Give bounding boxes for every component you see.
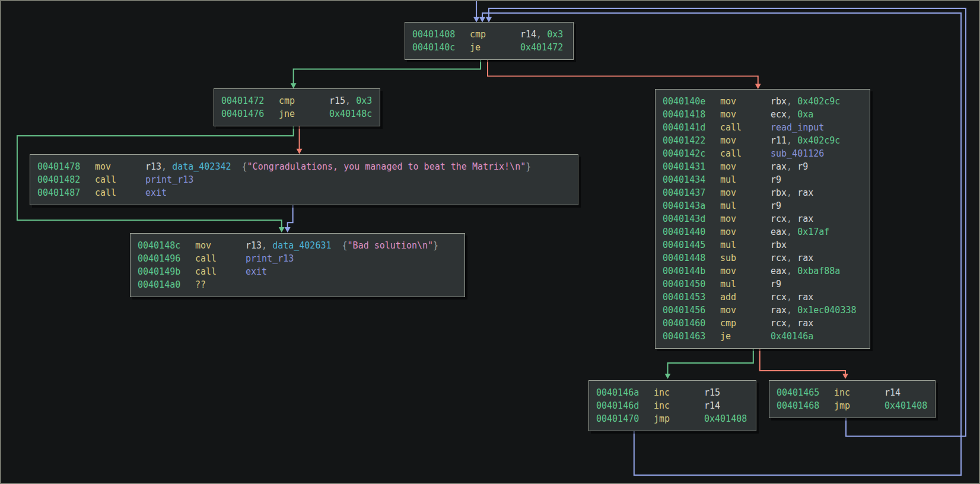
instruction-mnemonic: mov (720, 134, 771, 147)
instruction-mnemonic: ?? (195, 278, 246, 291)
operand-token-reg: r13 (246, 240, 262, 251)
basic-block-0040146a[interactable]: 0040146aincr150040146dincr1400401470jmp0… (588, 380, 756, 431)
instruction-row[interactable]: 00401453addrcx, rax (663, 291, 863, 304)
instruction-row[interactable]: 00401418movecx, 0xa (663, 108, 863, 121)
instruction-row[interactable]: 0040140cje0x401472 (412, 41, 566, 54)
instruction-row[interactable]: 00401478movr13, data_402342 {"Congradula… (37, 160, 571, 173)
instruction-address: 00401460 (663, 317, 720, 330)
operand-token-pun: , (787, 135, 797, 146)
basic-block-0040148c[interactable]: 0040148cmovr13, data_402631 {"Bad soluti… (130, 233, 465, 297)
instruction-address: 0040143a (663, 199, 720, 212)
operand-token-num: 0x40148c (329, 109, 372, 119)
operand-token-pun: , (787, 227, 797, 237)
instruction-mnemonic: cmp (720, 317, 771, 330)
operand-token-pun: } (433, 240, 438, 251)
operand-token-reg: rbx (771, 187, 787, 198)
instruction-row[interactable]: 00401468jmp0x401408 (777, 399, 928, 412)
operand-token-reg: rax (797, 214, 813, 224)
instruction-address: 00401434 (663, 173, 720, 186)
instruction-address: 0040140e (663, 95, 720, 108)
operand-token-reg: rcx (771, 253, 787, 263)
instruction-row[interactable]: 0040143amulr9 (663, 199, 863, 212)
instruction-mnemonic: mov (720, 108, 771, 121)
blocks-layer: 00401408cmpr14, 0x30040140cje0x401472004… (1, 1, 979, 483)
instruction-row[interactable]: 0040141dcallread_input (663, 121, 863, 134)
operand-token-data: data_402631 (272, 240, 331, 251)
instruction-mnemonic: mov (720, 225, 771, 238)
instruction-mnemonic: mov (720, 212, 771, 225)
instruction-row[interactable]: 0040149bcallexit (138, 265, 457, 278)
basic-block-0040140e[interactable]: 0040140emovrbx, 0x402c9c00401418movecx, … (655, 89, 870, 349)
instruction-row[interactable]: 00401431movrax, r9 (663, 160, 863, 173)
instruction-row[interactable]: 00401456movrax, 0x1ec040338 (663, 304, 863, 317)
operand-token-data: data_402342 (172, 161, 231, 172)
instruction-row[interactable]: 0040142ccallsub_401126 (663, 147, 863, 160)
instruction-row[interactable]: 00401476jne0x40148c (221, 107, 373, 120)
instruction-row[interactable]: 00401472cmpr15, 0x3 (221, 94, 373, 107)
instruction-row[interactable]: 0040140emovrbx, 0x402c9c (663, 95, 863, 108)
instruction-mnemonic: sub (720, 251, 771, 265)
basic-block-00401465[interactable]: 00401465incr1400401468jmp0x401408 (769, 380, 936, 418)
instruction-row[interactable]: 00401408cmpr14, 0x3 (412, 28, 566, 41)
instruction-address: 0040144b (663, 265, 720, 278)
operand-token-fn: print_r13 (246, 253, 294, 264)
instruction-address: 0040146a (596, 386, 654, 399)
operand-token-reg: r14 (520, 29, 536, 40)
instruction-row[interactable]: 00401470jmp0x401408 (596, 412, 749, 425)
operand-token-reg: rcx (771, 214, 787, 224)
instruction-row[interactable]: 00401465incr14 (777, 386, 928, 399)
operand-token-reg: r9 (771, 200, 781, 211)
operand-token-reg: r13 (145, 161, 161, 172)
instruction-address: 00401437 (663, 186, 720, 199)
instruction-address: 0040143d (663, 212, 720, 225)
instruction-row[interactable]: 00401434mulr9 (663, 173, 863, 186)
operand-token-reg: r14 (884, 387, 901, 398)
instruction-mnemonic: call (720, 121, 771, 134)
operand-token-pun: , (787, 161, 797, 172)
instruction-row[interactable]: 0040144bmoveax, 0xbaf88a (663, 265, 863, 278)
instruction-row[interactable]: 00401422movr11, 0x402c9c (663, 134, 863, 147)
instruction-address: 00401496 (138, 252, 195, 265)
instruction-row[interactable]: 0040148cmovr13, data_402631 {"Bad soluti… (138, 239, 457, 252)
operand-token-str: "Congradulations, you managed to beat th… (247, 161, 526, 172)
basic-block-00401472[interactable]: 00401472cmpr15, 0x300401476jne0x40148c (214, 88, 380, 126)
operand-token-fn: exit (246, 266, 267, 277)
instruction-mnemonic: mul (720, 199, 771, 212)
operand-token-pun: , (787, 266, 797, 276)
operand-token-reg: eax (771, 227, 787, 237)
instruction-mnemonic: mov (720, 304, 771, 317)
instruction-row[interactable]: 0040146dincr14 (596, 399, 749, 412)
instruction-address: 00401476 (221, 107, 279, 120)
instruction-row[interactable]: 0040146aincr15 (596, 386, 749, 399)
instruction-row[interactable]: 0040143dmovrcx, rax (663, 212, 863, 225)
basic-block-00401408[interactable]: 00401408cmpr14, 0x30040140cje0x401472 (405, 22, 574, 60)
operand-token-num: 0x402c9c (797, 96, 840, 107)
operand-token-pun: { (332, 240, 348, 251)
operand-token-pun: , (262, 240, 272, 251)
instruction-mnemonic: mov (720, 265, 771, 278)
graph-canvas[interactable]: 00401408cmpr14, 0x30040140cje0x401472004… (0, 0, 980, 484)
operand-token-reg: rcx (771, 318, 787, 329)
instruction-row[interactable]: 00401482callprint_r13 (37, 173, 571, 186)
instruction-mnemonic: call (195, 265, 246, 278)
instruction-row[interactable]: 00401496callprint_r13 (138, 252, 457, 265)
instruction-row[interactable]: 00401460cmprcx, rax (663, 317, 863, 330)
instruction-row[interactable]: 00401463je0x40146a (663, 330, 863, 343)
instruction-row[interactable]: 004014a0?? (138, 278, 457, 291)
operand-token-reg: rax (797, 318, 813, 329)
instruction-row[interactable]: 00401450mulr9 (663, 278, 863, 291)
operand-token-num: 0x3 (356, 95, 372, 106)
operand-token-reg: r15 (704, 387, 720, 398)
instruction-row[interactable]: 00401445mulrbx (663, 238, 863, 251)
instruction-row[interactable]: 00401437movrbx, rax (663, 186, 863, 199)
instruction-row[interactable]: 00401440moveax, 0x17af (663, 225, 863, 238)
instruction-mnemonic: inc (654, 399, 704, 412)
instruction-row[interactable]: 00401448subrcx, rax (663, 251, 863, 265)
instruction-address: 00401478 (37, 160, 95, 173)
instruction-address: 00401472 (221, 94, 279, 107)
instruction-row[interactable]: 00401487callexit (37, 186, 571, 199)
instruction-address: 00401470 (596, 412, 654, 425)
instruction-mnemonic: call (95, 186, 145, 199)
operand-token-num: 0xbaf88a (797, 266, 840, 276)
basic-block-00401478[interactable]: 00401478movr13, data_402342 {"Congradula… (30, 154, 578, 205)
